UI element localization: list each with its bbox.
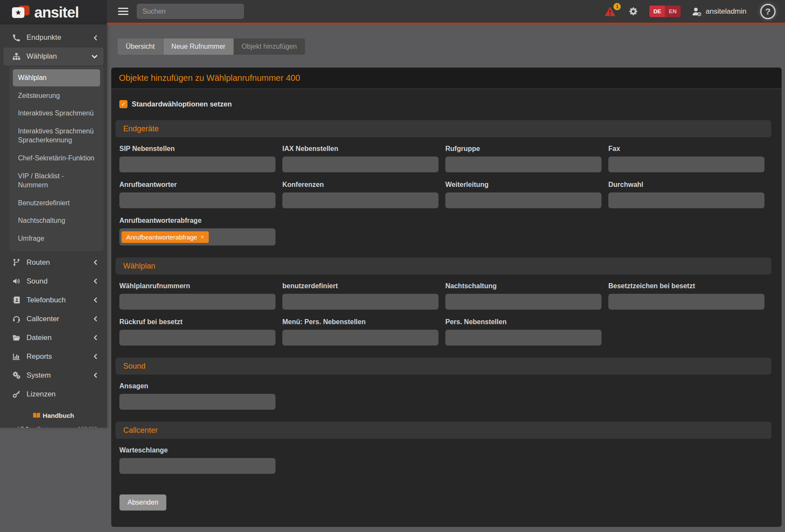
tag-remove-icon[interactable]: × (201, 233, 204, 240)
benutzerdefiniert-input[interactable] (282, 294, 438, 310)
tab-bar: ÜbersichtNeue RufnummerObjekt hinzufügen (118, 38, 785, 55)
sip-nebenstellen-input[interactable] (119, 157, 275, 172)
help-icon[interactable]: ? (760, 4, 776, 19)
durchwahl-input[interactable] (608, 192, 764, 208)
search-input[interactable] (137, 4, 244, 19)
sidebar: EndpunkteWählplanWählplanZeitsteuerungIn… (0, 24, 107, 428)
sidebar-item-w-hlplan[interactable]: Wählplan (3, 47, 104, 65)
sidebar-subitem-nachtschaltung[interactable]: Nachtschaltung (13, 212, 100, 229)
sidebar-item-reports[interactable]: Reports (3, 348, 104, 366)
section-w-hlplan: WählplanWählplanrufnummernbenutzerdefini… (111, 257, 782, 346)
sidebar-subitem-benutzerdefiniert[interactable]: Benutzerdefiniert (13, 195, 100, 212)
nachtschaltung-input[interactable] (445, 294, 601, 310)
weiterleitung-input[interactable] (445, 192, 601, 208)
sidebar-subitem-umfrage[interactable]: Umfrage (13, 230, 100, 247)
selected-tag: Anrufbeantworterabfrage× (121, 231, 209, 243)
r-ckruf-bei-besetzt-input[interactable] (119, 330, 275, 346)
sidebar-item-routen[interactable]: Routen (3, 254, 104, 272)
sidebar-footer: Handbuch awi 5.0•Seriennummer: 123456 (0, 412, 107, 428)
chat-bubbles-logo-icon: ★ (11, 3, 31, 21)
field-label: Weiterleitung (445, 181, 601, 189)
rufgruppe-input[interactable] (445, 157, 601, 172)
section-title: Wählplan (116, 257, 771, 275)
field-label: Durchwahl (608, 181, 764, 189)
field-label: IAX Nebenstellen (282, 145, 438, 153)
field-rufgruppe: Rufgruppe (445, 145, 601, 172)
sidebar-item-dateien[interactable]: Dateien (3, 329, 104, 347)
cogs-icon (11, 371, 21, 379)
field-label: Fax (608, 145, 764, 153)
logo-text: ansitel (34, 4, 79, 21)
field-warteschlange: Warteschlange (119, 446, 275, 474)
sidebar-group-w-hlplan: WählplanWählplanZeitsteuerungInteraktive… (0, 47, 107, 251)
warning-icon[interactable]: 1 (603, 5, 617, 18)
sidebar-item-label: Dateien (27, 334, 52, 342)
field-pers-nebenstellen: Pers. Nebenstellen (445, 318, 601, 346)
topbar-main: 1 DE EN ansiteladmin ? (107, 0, 785, 24)
lang-de[interactable]: DE (649, 6, 665, 17)
section-sound: SoundAnsagen (111, 358, 782, 410)
tab-objekt-hinzuf-gen[interactable]: Objekt hinzufügen (234, 38, 305, 55)
w-hlplanrufnummern-input[interactable] (119, 294, 275, 310)
branch-icon (11, 258, 21, 266)
chevron-left-icon (93, 354, 98, 359)
sidebar-subitem-w-hlplan[interactable]: Wählplan (13, 69, 100, 86)
sidebar-subitem-zeitsteuerung[interactable]: Zeitsteuerung (13, 87, 100, 104)
content-panel: Objekte hinzufügen zu Wählplanrufnummer … (111, 68, 782, 527)
field-fax: Fax (608, 145, 764, 172)
field-label: Rufgruppe (445, 145, 601, 153)
version-label: awi 5.0 (10, 426, 29, 428)
sidebar-item-callcenter[interactable]: Callcenter (3, 310, 104, 328)
field-label: SIP Nebenstellen (119, 145, 275, 153)
language-toggle[interactable]: DE EN (649, 6, 680, 17)
menu-icon[interactable] (118, 8, 128, 15)
serial-number: Seriennummer: 123456 (37, 426, 97, 428)
logo[interactable]: ★ ansitel (0, 0, 107, 24)
anrufbeantworter-input[interactable] (119, 192, 275, 208)
sidebar-subitem-interaktives-sprachmen-spracherkennung[interactable]: Interaktives Sprachmenü Spracherkennung (13, 123, 100, 149)
field-label: Ansagen (119, 382, 275, 390)
field-label: Besetztzeichen bei besetzt (608, 282, 764, 290)
sidebar-subitem-chef-sekret-rin-funktion[interactable]: Chef-Sekretärin-Funktion (13, 150, 100, 167)
sidebar-item-label: Callcenter (27, 315, 59, 323)
sidebar-item-endpunkte[interactable]: Endpunkte (3, 29, 104, 47)
user-menu[interactable]: ansiteladmin (692, 7, 746, 16)
fields-grid: WählplanrufnummernbenutzerdefiniertNacht… (119, 282, 764, 346)
manual-link[interactable]: Handbuch (33, 412, 74, 419)
lang-en[interactable]: EN (665, 6, 680, 17)
gear-icon[interactable] (628, 6, 638, 16)
chart-icon (11, 352, 21, 361)
tab-bersicht[interactable]: Übersicht (118, 38, 163, 55)
field-ansagen: Ansagen (119, 382, 275, 410)
topbar: ★ ansitel 1 DE EN ansiteladmin (0, 0, 785, 24)
iax-nebenstellen-input[interactable] (282, 157, 438, 172)
page-title: Objekte hinzufügen zu Wählplanrufnummer … (111, 68, 782, 89)
tag-label: Anrufbeantworterabfrage (126, 233, 197, 241)
sidebar-item-sound[interactable]: Sound (3, 272, 104, 290)
field-label: Pers. Nebenstellen (445, 318, 601, 326)
ansagen-input[interactable] (119, 394, 275, 410)
field-anrufbeantworterabfrage: AnrufbeantworterabfrageAnrufbeantwortera… (119, 217, 275, 245)
warteschlange-input[interactable] (119, 458, 275, 474)
anrufbeantworterabfrage-input[interactable]: Anrufbeantworterabfrage× (119, 228, 275, 245)
headset-icon (11, 315, 21, 323)
field-weiterleitung: Weiterleitung (445, 181, 601, 208)
submit-button[interactable]: Absenden (119, 494, 166, 511)
tab-neue-rufnummer[interactable]: Neue Rufnummer (163, 38, 234, 55)
pers-nebenstellen-input[interactable] (445, 330, 601, 346)
men-pers-nebenstellen-input[interactable] (282, 330, 438, 346)
sidebar-item-system[interactable]: System (3, 366, 104, 384)
besetztzeichen-bei-besetzt-input[interactable] (608, 294, 764, 310)
sidebar-subitem-vip-blacklist-nummern[interactable]: VIP / Blacklist - Nummern (13, 168, 100, 194)
sidebar-subitem-interaktives-sprachmen[interactable]: Interaktives Sprachmenü (13, 105, 100, 122)
sidebar-item-telefonbuch[interactable]: Telefonbuch (3, 291, 104, 309)
sidebar-item-lizenzen[interactable]: Lizenzen (3, 385, 104, 403)
default-options-checkbox[interactable]: ✓ (119, 100, 127, 108)
topbar-actions: 1 DE EN ansiteladmin ? (603, 4, 776, 19)
fax-input[interactable] (608, 157, 764, 172)
field-durchwahl: Durchwahl (608, 181, 764, 208)
sidebar-item-label: Sound (27, 277, 47, 286)
konferenzen-input[interactable] (282, 192, 438, 208)
field-label: Nachtschaltung (445, 282, 601, 290)
speaker-icon (11, 277, 21, 285)
